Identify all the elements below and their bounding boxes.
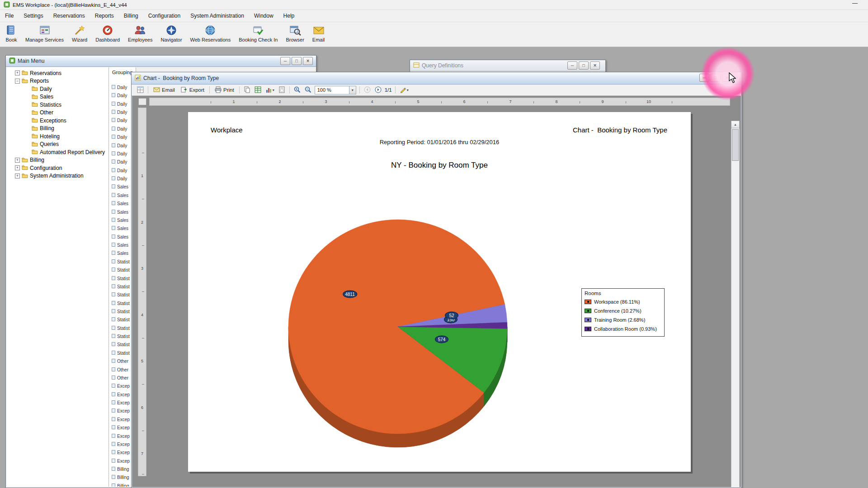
tree-item-daily[interactable]: Daily (7, 85, 108, 93)
menu-system-administration[interactable]: System Administration (185, 11, 249, 21)
ruler-v-tick (142, 384, 144, 385)
list-item-icon (112, 184, 115, 189)
grouping-item-label: Excep (117, 459, 130, 464)
menu-configuration[interactable]: Configuration (143, 11, 185, 21)
page-setup-icon (278, 86, 285, 94)
query-definitions-close-button[interactable]: × (590, 61, 600, 70)
chart-window-title: Chart - Booking by Room Type (143, 75, 219, 81)
tree-item-statistics[interactable]: Statistics (7, 101, 108, 108)
toolbar-button-employees[interactable]: Employees (124, 23, 156, 43)
list-item-icon (112, 392, 115, 397)
legend-swatch-mark (587, 319, 589, 321)
toolbar-button-web-reservations[interactable]: Web Reservations (187, 23, 235, 43)
scroll-up-button[interactable]: ▲ (731, 121, 740, 128)
ruler-h-tick (441, 101, 442, 103)
collapse-icon[interactable]: − (15, 79, 20, 84)
menu-file[interactable]: File (0, 11, 19, 21)
tree-item-label: Other (40, 109, 53, 116)
toolbar-button-manage-services[interactable]: Manage Services (22, 23, 67, 43)
toolbar-button-dashboard[interactable]: Dashboard (92, 23, 123, 43)
chevron-down-icon: ▾ (273, 88, 274, 92)
chart-toolbar-zoom-out-button[interactable] (304, 86, 312, 94)
list-item-icon (112, 359, 115, 364)
toolbar-button-wizard[interactable]: Wizard (68, 23, 91, 43)
chart-toolbar-chart-type-button[interactable]: ▾ (264, 86, 275, 94)
grouping-item-label: Daily (117, 168, 127, 173)
query-definitions-minimize-button[interactable]: ─ (567, 61, 577, 70)
chart-toolbar-email-button[interactable]: Email (151, 86, 177, 94)
pie-label-workspace: 4811 (343, 291, 357, 298)
main-menu-maximize-button[interactable]: □ (292, 57, 302, 65)
chart-close-button[interactable]: × (722, 74, 732, 82)
tree-item-label: Configuration (30, 165, 62, 171)
main-menu-close-button[interactable]: × (303, 57, 313, 65)
chart-toolbar-zoom-in-button[interactable] (293, 86, 302, 94)
toolbar-button-book[interactable]: Book (2, 23, 21, 43)
grouping-item-label: Daily (117, 85, 127, 90)
toolbar-separator (209, 86, 210, 94)
chart-toolbar-copy-button[interactable] (243, 86, 251, 94)
tree-item-billing[interactable]: Billing (7, 125, 108, 132)
chart-toolbar-excel-button[interactable] (254, 86, 262, 94)
legend-swatch-training-room (585, 318, 591, 322)
expand-icon[interactable]: + (15, 158, 20, 163)
app-minimize-button[interactable]: — (848, 0, 862, 9)
vertical-scrollbar[interactable]: ▲ ▼ (731, 121, 740, 487)
query-definitions-maximize-button[interactable]: □ (579, 61, 589, 70)
legend-swatch-mark (587, 301, 589, 303)
grouping-item-label: Billing (117, 475, 129, 480)
chart-toolbar-filter-button[interactable]: ▾ (399, 86, 410, 94)
chart-toolbar-prev-page-button[interactable] (363, 86, 372, 94)
list-item-icon (112, 326, 115, 331)
menu-reports[interactable]: Reports (90, 11, 119, 21)
zoom-level-value: 100 % (317, 87, 331, 93)
tree-item-reports[interactable]: −Reports (7, 77, 108, 85)
toolbar-button-navigator[interactable]: Navigator (157, 23, 185, 43)
tree-item-other[interactable]: Other (7, 109, 108, 117)
tree-item-label: Automated Report Delivery (40, 149, 105, 155)
main-menu-minimize-button[interactable]: ─ (280, 57, 290, 65)
zoom-level-combo[interactable]: 100 %▾ (315, 86, 356, 94)
toolbar-separator (148, 86, 148, 94)
tree-item-reservations[interactable]: +Reservations (7, 69, 108, 77)
chart-minimize-button[interactable]: ─ (699, 74, 709, 82)
tree-item-configuration[interactable]: +Configuration (7, 164, 108, 172)
grouping-item-label: Statist (117, 351, 130, 356)
tree-item-exceptions[interactable]: Exceptions (7, 117, 108, 124)
menu-window[interactable]: Window (249, 11, 278, 21)
tree-item-queries[interactable]: Queries (7, 141, 108, 148)
chart-toolbar-export-button[interactable]: Export (179, 86, 206, 94)
vertical-scroll-thumb[interactable] (732, 129, 739, 161)
list-item-icon (112, 483, 115, 487)
toolbar-button-email[interactable]: Email (309, 23, 329, 43)
tree-item-sales[interactable]: Sales (7, 93, 108, 101)
pie-label-collaboration-room: 52 (445, 312, 458, 319)
tree-item-system-administration[interactable]: +System Administration (7, 172, 108, 180)
menu-help[interactable]: Help (278, 11, 300, 21)
ruler-h-tick (349, 101, 349, 103)
legend-swatch-collaboration-room (585, 327, 591, 331)
chart-toolbar-page-setup-button[interactable] (278, 86, 286, 94)
expand-icon[interactable]: + (15, 174, 20, 178)
chart-toolbar-print-button[interactable]: Print (213, 86, 236, 94)
menu-reservations[interactable]: Reservations (48, 11, 90, 21)
chevron-down-icon[interactable]: ▾ (349, 86, 356, 94)
toolbar-button-booking-check-in[interactable]: Booking Check In (235, 23, 281, 43)
expand-icon[interactable]: + (15, 165, 20, 170)
list-item-icon (112, 151, 115, 156)
tree-item-hoteling[interactable]: Hoteling (7, 132, 108, 140)
chart-toolbar-next-page-button[interactable] (374, 86, 382, 94)
chart-toolbar-print-label: Print (223, 87, 234, 93)
chart-maximize-button[interactable]: □ (711, 74, 721, 82)
tree-item-automated-report-delivery[interactable]: Automated Report Delivery (7, 148, 108, 156)
toolbar-button-browser[interactable]: Browser (282, 23, 307, 43)
legend-item-conference: Conference (10.27%) (585, 306, 661, 315)
folder-icon (22, 157, 28, 164)
menu-billing[interactable]: Billing (119, 11, 143, 21)
menu-settings[interactable]: Settings (19, 11, 48, 21)
legend-swatch-conference (585, 309, 591, 313)
tree-item-billing[interactable]: +Billing (7, 156, 108, 164)
list-item-icon (112, 259, 115, 264)
expand-icon[interactable]: + (15, 70, 20, 75)
chart-toolbar-report-grid-button[interactable] (136, 86, 145, 94)
